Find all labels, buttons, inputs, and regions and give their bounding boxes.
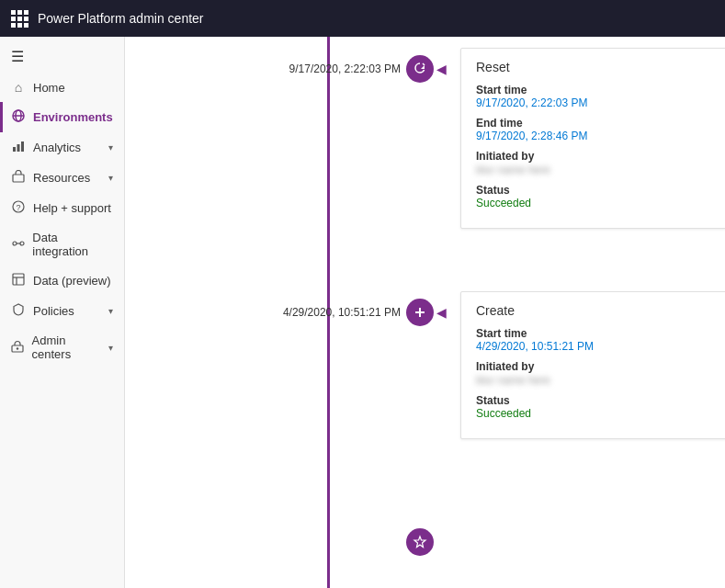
create-initiated-by-field: Initiated by blur name here	[476, 360, 711, 387]
environments-icon	[11, 109, 26, 125]
timeline-event-star	[217, 524, 725, 579]
create-card: Create Start time 4/29/2020, 10:51:21 PM…	[460, 291, 725, 439]
resources-icon	[11, 170, 26, 186]
sidebar-item-label: Resources	[33, 171, 90, 185]
sidebar-item-label: Help + support	[33, 201, 111, 215]
chevron-down-icon: ▾	[108, 142, 113, 153]
sidebar-item-home[interactable]: ⌂ Home	[0, 73, 124, 102]
sidebar-item-label: Environments	[33, 110, 113, 124]
policies-icon	[11, 303, 26, 319]
svg-rect-4	[17, 144, 20, 152]
reset-card-title: Reset	[476, 60, 711, 74]
reset-card: Reset Start time 9/17/2020, 2:22:03 PM E…	[460, 48, 725, 229]
main-content: 9/17/2020, 2:22:03 PM ◀ Reset Sta	[125, 37, 725, 588]
sidebar-item-data-preview[interactable]: Data (preview)	[0, 266, 124, 296]
hamburger-button[interactable]: ☰	[0, 40, 124, 73]
sidebar-item-analytics[interactable]: Analytics ▾	[0, 132, 124, 163]
create-initiated-by-value: blur name here	[476, 374, 550, 387]
home-icon: ⌂	[11, 80, 26, 95]
create-status-value: Succeeded	[476, 407, 711, 420]
main-layout: ☰ ⌂ Home Environments Analytics ▾ Resour…	[0, 37, 725, 588]
timeline-event-reset: 9/17/2020, 2:22:03 PM ◀ Reset Sta	[217, 55, 725, 294]
create-start-time-field: Start time 4/29/2020, 10:51:21 PM	[476, 327, 711, 353]
create-card-title: Create	[476, 303, 711, 318]
app-title: Power Platform admin center	[38, 11, 204, 26]
create-date: 4/29/2020, 10:51:21 PM	[254, 299, 401, 326]
svg-point-10	[20, 242, 24, 245]
svg-point-9	[13, 242, 17, 245]
help-icon: ?	[11, 200, 26, 216]
svg-rect-6	[13, 175, 24, 182]
sidebar-item-policies[interactable]: Policies ▾	[0, 296, 124, 326]
svg-rect-3	[13, 147, 16, 152]
sidebar: ☰ ⌂ Home Environments Analytics ▾ Resour…	[0, 37, 125, 588]
svg-rect-12	[13, 274, 24, 285]
sidebar-item-label: Admin centers	[32, 334, 101, 361]
sidebar-item-data-integration[interactable]: Data integration	[0, 223, 124, 266]
svg-text:?: ?	[17, 203, 21, 212]
sidebar-item-environments[interactable]: Environments	[0, 102, 124, 132]
create-arrow: ◀	[436, 299, 447, 326]
topbar: Power Platform admin center	[0, 0, 725, 37]
svg-point-16	[17, 347, 18, 349]
sidebar-item-label: Data integration	[32, 231, 113, 258]
reset-end-time-field: End time 9/17/2020, 2:28:46 PM	[476, 117, 711, 142]
chevron-down-icon: ▾	[108, 173, 113, 183]
svg-marker-19	[414, 537, 425, 548]
create-start-time-value: 4/29/2020, 10:51:21 PM	[476, 340, 711, 353]
svg-rect-5	[21, 141, 24, 152]
reset-node	[406, 55, 434, 83]
reset-arrow: ◀	[436, 55, 447, 83]
reset-status-value: Succeeded	[476, 197, 711, 209]
sidebar-item-label: Analytics	[33, 141, 81, 154]
sidebar-item-label: Policies	[33, 304, 74, 318]
data-preview-icon	[11, 273, 26, 288]
reset-status-field: Status Succeeded	[476, 184, 711, 209]
reset-end-time-value: 9/17/2020, 2:28:46 PM	[476, 130, 711, 142]
star-node	[406, 528, 434, 556]
data-integration-icon	[11, 237, 25, 253]
sidebar-item-help-support[interactable]: ? Help + support	[0, 193, 124, 223]
admin-centers-icon	[11, 340, 25, 356]
reset-date: 9/17/2020, 2:22:03 PM	[254, 55, 401, 83]
reset-start-time-field: Start time 9/17/2020, 2:22:03 PM	[476, 84, 711, 109]
create-status-field: Status Succeeded	[476, 394, 711, 420]
reset-start-time-value: 9/17/2020, 2:22:03 PM	[476, 96, 711, 109]
reset-initiated-by-field: Initiated by blur name here	[476, 150, 711, 176]
chevron-down-icon: ▾	[108, 343, 113, 353]
sidebar-item-resources[interactable]: Resources ▾	[0, 163, 124, 193]
sidebar-item-admin-centers[interactable]: Admin centers ▾	[0, 326, 124, 368]
create-node	[406, 299, 434, 326]
reset-initiated-by-value: blur name here	[476, 164, 550, 176]
apps-icon[interactable]	[11, 10, 28, 28]
sidebar-item-label: Home	[33, 81, 65, 95]
timeline: 9/17/2020, 2:22:03 PM ◀ Reset Sta	[125, 37, 725, 588]
chevron-down-icon: ▾	[108, 306, 113, 316]
timeline-event-create: 4/29/2020, 10:51:21 PM ◀ Create Start ti…	[217, 294, 725, 524]
analytics-icon	[11, 140, 26, 155]
sidebar-item-label: Data (preview)	[33, 274, 111, 288]
